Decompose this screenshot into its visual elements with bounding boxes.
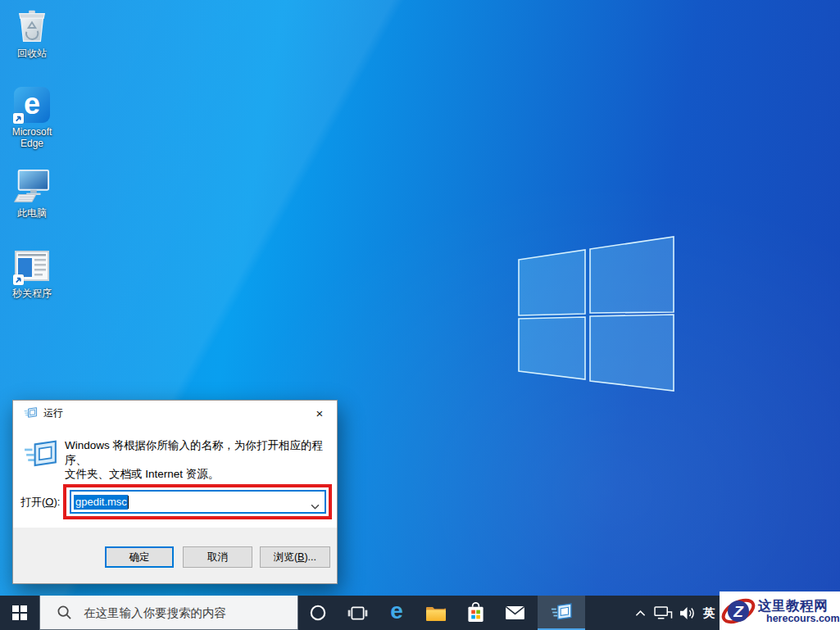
run-dialog-icon	[24, 407, 38, 419]
desktop-icon-microsoft-edge[interactable]: e Microsoft Edge	[1, 85, 63, 149]
run-command-value: gpedit.msc	[74, 495, 128, 510]
shortcut-arrow-icon	[13, 113, 24, 124]
desktop-icon-label: Microsoft Edge	[3, 126, 61, 149]
run-dialog: 运行 × Windows 将根据你所输入的名称，为你打开相应的程序、 文件夹、文…	[12, 400, 338, 584]
desktop-icon-recycle-bin[interactable]: 回收站	[1, 7, 63, 59]
windows-start-icon	[12, 605, 27, 620]
cancel-button[interactable]: 取消	[183, 546, 252, 568]
store-icon	[466, 602, 485, 623]
search-input[interactable]	[82, 605, 287, 620]
run-taskbar-button-active[interactable]	[538, 596, 585, 630]
volume-button[interactable]	[675, 596, 698, 630]
task-view-icon	[347, 605, 368, 621]
taskbar-search[interactable]	[39, 596, 298, 630]
file-explorer-button[interactable]	[416, 596, 456, 630]
desktop-icon-this-pc[interactable]: 此电脑	[1, 166, 63, 219]
dialog-footer: 确定 取消 浏览(B)...	[13, 528, 337, 583]
open-label: 打开(O):	[20, 495, 60, 510]
screen: 回收站 e Microsoft Edge 此电脑 秒关程序 运行 × Windo…	[0, 0, 840, 630]
taskbar: e 英 拼	[0, 596, 840, 630]
run-window-icon	[551, 603, 573, 623]
start-button[interactable]	[0, 596, 39, 630]
watermark-text: 这里教程网 herecours.com	[758, 598, 840, 624]
mail-icon	[505, 605, 525, 620]
dialog-titlebar[interactable]: 运行 ×	[13, 401, 337, 425]
watermark-site-name: 这里教程网	[758, 598, 828, 613]
browse-button[interactable]: 浏览(B)...	[260, 546, 330, 568]
run-command-combobox[interactable]: gpedit.msc	[70, 490, 326, 514]
desktop-icon-program[interactable]: 秒关程序	[1, 247, 63, 299]
watermark-site-url: herecours.com	[766, 613, 840, 624]
speaker-icon	[679, 606, 696, 620]
task-view-button[interactable]	[338, 596, 377, 630]
search-icon	[57, 605, 72, 620]
file-explorer-icon	[425, 605, 447, 622]
taskbar-edge-button[interactable]: e	[377, 596, 416, 630]
site-watermark: Z 这里教程网 herecours.com	[720, 591, 840, 630]
edge-icon: e	[390, 600, 403, 623]
ethernet-icon	[653, 605, 674, 621]
close-icon[interactable]: ×	[302, 401, 337, 425]
network-status-button[interactable]	[651, 596, 675, 630]
system-tray: 英 拼	[629, 596, 734, 630]
description-line2: 文件夹、文档或 Internet 资源。	[65, 468, 219, 480]
annotation-highlight-box: gpedit.msc	[63, 484, 332, 519]
mail-button[interactable]	[495, 596, 534, 630]
recycle-bin-icon	[13, 7, 51, 45]
dropdown-icon[interactable]	[311, 498, 320, 513]
this-pc-icon	[13, 168, 51, 204]
desktop-icon-label: 此电脑	[17, 207, 47, 219]
edge-letter: e	[24, 89, 40, 119]
shortcut-arrow-icon	[13, 274, 24, 285]
run-glyph-icon	[24, 440, 58, 471]
desktop-icon-label: 秒关程序	[12, 288, 52, 299]
text-caret	[128, 496, 129, 509]
ime-language-button[interactable]: 英	[698, 596, 720, 630]
ime-indicator: 英	[703, 605, 715, 621]
watermark-logo-letter: Z	[733, 603, 744, 620]
dialog-description: Windows 将根据你所输入的名称，为你打开相应的程序、 文件夹、文档或 In…	[65, 438, 335, 482]
ok-button[interactable]: 确定	[105, 546, 174, 568]
chevron-up-icon	[635, 610, 646, 617]
cortana-icon	[309, 604, 327, 622]
cortana-button[interactable]	[298, 596, 338, 630]
desktop-icon-label: 回收站	[17, 48, 47, 59]
windows-logo-wallpaper	[515, 233, 679, 397]
tray-expand-button[interactable]	[629, 596, 651, 630]
dialog-title: 运行	[43, 406, 63, 420]
watermark-logo-icon: Z	[720, 592, 756, 630]
description-line1: Windows 将根据你所输入的名称，为你打开相应的程序、	[65, 439, 323, 466]
microsoft-store-button[interactable]	[456, 596, 495, 630]
